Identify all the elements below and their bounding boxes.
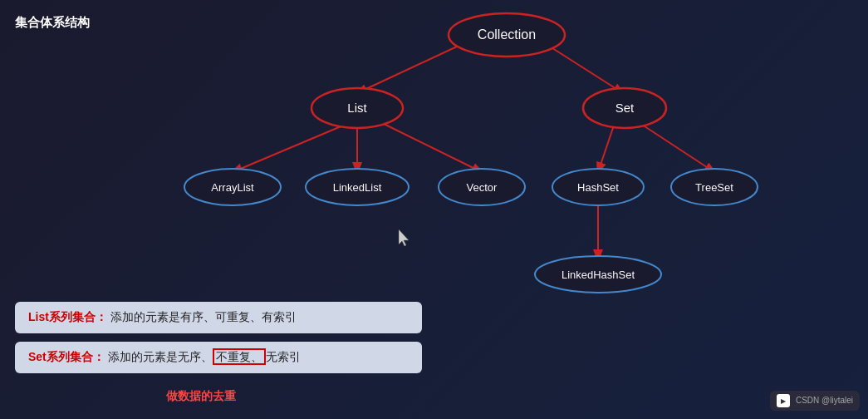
node-hashset: HashSet [577,181,619,194]
page-title: 集合体系结构 [15,15,90,31]
svg-line-2 [233,123,349,172]
set-info-suffix: 无索引 [266,350,301,363]
list-info-label: List系列集合： [28,310,107,323]
node-arraylist: ArrayList [211,181,254,194]
node-linkedlist: LinkedList [333,181,382,194]
node-linkedhashset: LinkedHashSet [562,269,635,281]
collection-diagram: Collection List Set ArrayList LinkedList… [108,0,822,349]
watermark: CSDN @liytalei [770,391,860,411]
cursor [399,229,409,244]
node-treeset: TreeSet [695,181,733,194]
deduplicate-text: 做数据的去重 [166,389,236,404]
watermark-site: CSDN [796,396,819,405]
list-info-text: 添加的元素是有序、可重复、有索引 [110,310,297,323]
set-info-label: Set系列集合： [28,350,105,363]
node-list: List [347,101,367,115]
info-boxes-container: List系列集合： 添加的元素是有序、可重复、有索引 Set系列集合： 添加的元… [15,302,422,373]
watermark-user: @liytalei [821,396,853,405]
node-vector: Vector [467,181,498,194]
svg-line-4 [382,123,482,172]
slide-container: 集合体系结构 Collection List [0,0,868,419]
set-info-prefix: 添加的元素是无序、 [108,350,213,363]
node-set: Set [615,101,635,115]
svg-line-5 [598,123,615,172]
play-icon [777,394,790,407]
set-info-highlight: 不重复、 [213,348,266,365]
list-info-box: List系列集合： 添加的元素是有序、可重复、有索引 [15,302,422,333]
svg-line-6 [640,123,714,172]
node-collection: Collection [478,27,536,42]
set-info-box: Set系列集合： 添加的元素是无序、不重复、无索引 [15,342,422,373]
